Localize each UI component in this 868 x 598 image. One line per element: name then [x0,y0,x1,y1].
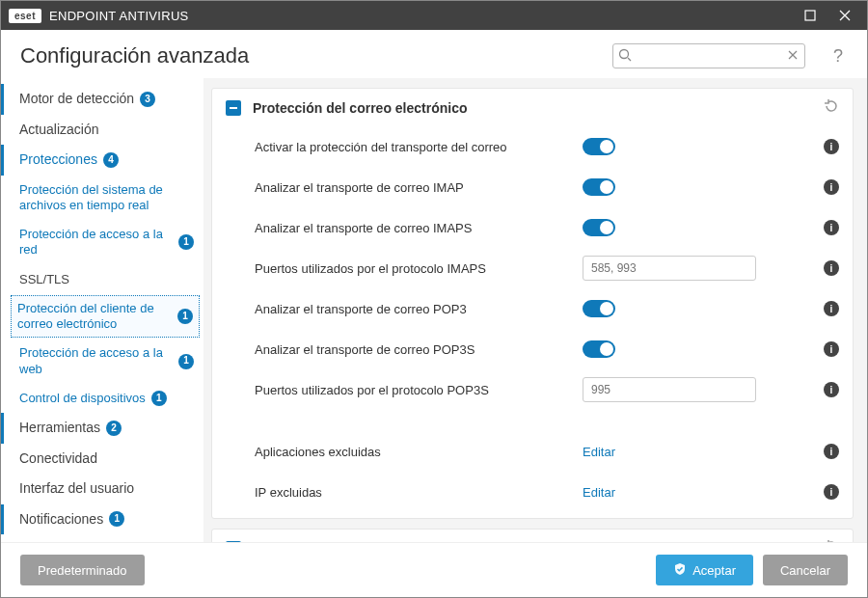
reset-icon[interactable] [824,539,839,542]
shield-check-icon [673,562,687,579]
toggle-enable-transport[interactable] [583,138,615,155]
sidebar-item-label: Herramientas [19,420,100,437]
info-icon[interactable]: i [824,139,839,154]
accept-label: Aceptar [692,563,736,578]
row-imaps: Analizar el transporte de correo IMAPS i [212,207,853,248]
sidebar-item-network-access[interactable]: Protección de acceso a la red 1 [1,220,203,265]
info-icon[interactable]: i [824,301,839,316]
sidebar-item-label: Interfaz del usuario [19,480,134,498]
sidebar-item-label: Conectividad [19,450,97,468]
edit-excluded-ips[interactable]: Editar [583,485,615,500]
row-enable-transport: Activar la protección del transporte del… [212,126,853,167]
sidebar-badge: 1 [177,309,193,324]
sidebar-item-realtime-fs[interactable]: Protección del sistema de archivos en ti… [1,176,203,221]
sidebar-item-label: Protección del cliente de correo electró… [17,301,172,333]
default-button[interactable]: Predeterminado [20,555,145,585]
info-icon[interactable]: i [824,382,839,397]
setting-label: Analizar el transporte de correo POP3S [255,342,583,357]
sidebar-item-label: Motor de detección [19,91,134,108]
sidebar-item-label: Protección de acceso a la web [19,345,173,377]
page-header: Configuración avanzada ? [1,30,867,78]
row-pop3s-ports: Puertos utilizados por el protocolo POP3… [212,369,853,410]
toggle-imaps[interactable] [583,219,615,236]
sidebar-item-label: Protección de acceso a la red [19,227,173,258]
clear-search-icon[interactable] [786,48,800,65]
collapse-icon[interactable] [226,100,241,116]
info-icon[interactable]: i [824,260,839,276]
panel-email-protection: Protección del correo electrónico Activa… [211,88,854,519]
row-pop3s: Analizar el transporte de correo POP3S i [212,329,853,369]
close-button[interactable] [830,1,859,30]
info-icon[interactable]: i [824,341,839,357]
search-input[interactable] [612,43,805,68]
info-icon[interactable]: i [824,220,839,235]
setting-label: IP excluidas [255,485,583,500]
toggle-imap[interactable] [583,178,615,196]
main-content: Protección del correo electrónico Activa… [203,78,867,542]
window-controls [796,1,859,30]
panel-header[interactable]: Protección del correo electrónico [212,89,853,126]
sidebar-item-label: Control de dispositivos [19,391,146,406]
sidebar-item-tools[interactable]: Herramientas 2 [1,413,203,444]
toggle-pop3s[interactable] [583,340,615,358]
setting-label: Analizar el transporte de correo POP3 [255,302,583,316]
search-icon [618,48,632,65]
input-imaps-ports[interactable] [583,256,756,281]
svg-point-3 [620,50,629,59]
body: Motor de detección 3 Actualización Prote… [1,78,867,542]
titlebar: eset ENDPOINT ANTIVIRUS [1,1,867,30]
row-excluded-apps: Aplicaciones excluidas Editar i [212,431,853,472]
sidebar-item-label: Actualización [19,122,99,139]
accept-button[interactable]: Aceptar [656,555,753,585]
svg-rect-0 [805,11,815,20]
row-imap: Analizar el transporte de correo IMAP i [212,167,853,207]
sidebar-item-connectivity[interactable]: Conectividad [1,444,203,475]
sidebar-item-notifications[interactable]: Notificaciones 1 [1,504,203,535]
sidebar: Motor de detección 3 Actualización Prote… [1,78,203,542]
setting-label: Puertos utilizados por el protocolo IMAP… [255,261,583,276]
info-icon[interactable]: i [824,179,839,195]
sidebar-item-ui[interactable]: Interfaz del usuario [1,474,203,504]
panel-title: Protección del correo electrónico [253,100,468,116]
reset-icon[interactable] [824,98,839,117]
edit-excluded-apps[interactable]: Editar [583,445,615,459]
toggle-pop3[interactable] [583,300,615,317]
cancel-button[interactable]: Cancelar [763,555,848,585]
search-field [612,43,805,68]
setting-label: Aplicaciones excluidas [255,445,583,459]
sidebar-item-label: Protección del sistema de archivos en ti… [19,182,194,214]
setting-label: Activar la protección del transporte del… [255,140,583,154]
panel-mailbox-protection: Protección del buzón de correo [211,529,854,542]
sidebar-item-detection-engine[interactable]: Motor de detección 3 [1,84,203,115]
row-excluded-ips: IP excluidas Editar i [212,472,853,518]
sidebar-badge: 1 [178,234,194,250]
sidebar-item-ssl-tls[interactable]: SSL/TLS [1,265,203,294]
sidebar-badge: 2 [106,421,122,436]
row-imaps-ports: Puertos utilizados por el protocolo IMAP… [212,248,853,288]
sidebar-badge: 4 [103,152,119,168]
sidebar-badge: 1 [151,391,167,406]
row-pop3: Analizar el transporte de correo POP3 i [212,288,853,329]
app-window: eset ENDPOINT ANTIVIRUS Configuración av… [0,0,868,598]
brand: eset ENDPOINT ANTIVIRUS [9,9,189,23]
sidebar-item-email-client[interactable]: Protección del cliente de correo electró… [11,295,200,339]
sidebar-item-web-access[interactable]: Protección de acceso a la web 1 [1,339,203,384]
help-button[interactable]: ? [828,46,848,67]
sidebar-item-device-control[interactable]: Control de dispositivos 1 [1,384,203,413]
sidebar-item-label: Notificaciones [19,511,103,529]
sidebar-badge: 1 [178,354,194,369]
setting-label: Analizar el transporte de correo IMAPS [255,221,583,235]
sidebar-item-label: Protecciones [19,151,97,169]
panel-header[interactable]: Protección del buzón de correo [212,530,853,542]
maximize-button[interactable] [796,1,825,30]
setting-label: Analizar el transporte de correo IMAP [255,180,583,195]
sidebar-badge: 1 [109,511,124,527]
product-name: ENDPOINT ANTIVIRUS [49,9,189,23]
sidebar-badge: 3 [140,92,155,107]
footer: Predeterminado Aceptar Cancelar [1,542,867,597]
info-icon[interactable]: i [824,484,839,500]
input-pop3s-ports[interactable] [583,377,756,402]
info-icon[interactable]: i [824,444,839,459]
sidebar-item-protections[interactable]: Protecciones 4 [1,145,203,176]
sidebar-item-update[interactable]: Actualización [1,115,203,146]
